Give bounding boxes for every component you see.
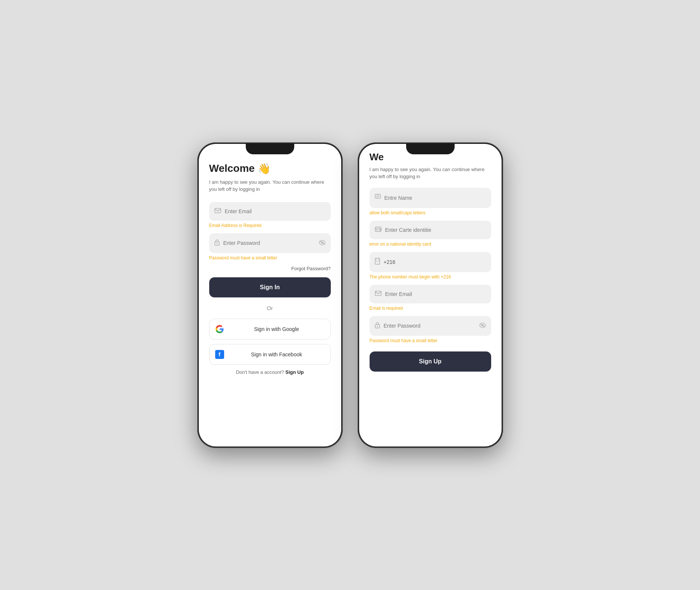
svg-point-2	[216, 243, 217, 244]
facebook-label: Sign in with Facebook	[229, 351, 325, 357]
svg-rect-8	[375, 227, 381, 231]
notch-1	[246, 144, 294, 154]
wave-emoji: 👋	[258, 163, 271, 175]
person-icon	[375, 194, 381, 202]
welcome-text: Welcome	[209, 163, 255, 174]
google-label: Sign in with Google	[229, 326, 325, 332]
email2-field-wrapper[interactable]	[370, 285, 491, 303]
facebook-sign-in-button[interactable]: f Sign in with Facebook	[209, 344, 331, 365]
forgot-password[interactable]: Forgot Password?	[209, 266, 331, 271]
email-input[interactable]	[225, 208, 326, 214]
svg-rect-5	[375, 194, 380, 198]
email-input-group	[209, 202, 331, 221]
password2-field-wrapper[interactable]	[370, 316, 491, 336]
sign-up-button[interactable]: Sign Up	[370, 351, 491, 372]
phone-error: The phone number must begin with +216	[370, 274, 491, 280]
lock2-icon	[375, 322, 380, 330]
phone-2-screen: We I am happy to see you again. You can …	[359, 144, 502, 447]
lock-icon	[214, 239, 220, 247]
password2-wrapper	[384, 323, 486, 329]
google-sign-in-button[interactable]: Sign in with Google	[209, 319, 331, 340]
password-error: Password must have a small letter	[209, 255, 331, 261]
partial-title-text: We	[370, 151, 384, 163]
name-field-wrapper[interactable]	[370, 188, 491, 208]
phone-input[interactable]	[384, 259, 486, 265]
phone-2: We I am happy to see you again. You can …	[358, 142, 503, 448]
facebook-icon: f	[215, 350, 224, 359]
screen-2-content: We I am happy to see you again. You can …	[359, 144, 502, 447]
card-icon	[375, 227, 382, 233]
svg-rect-0	[215, 208, 221, 213]
sign-in-button[interactable]: Sign In	[209, 277, 331, 297]
svg-rect-13	[375, 291, 381, 296]
svg-point-15	[377, 326, 377, 326]
name-input-group	[370, 188, 491, 208]
eye-off2-icon[interactable]	[479, 323, 486, 329]
email2-error: Email is required	[370, 306, 491, 311]
phone-1-screen: Welcome 👋 I am happy to see you again. Y…	[199, 144, 341, 447]
email2-icon	[375, 291, 382, 297]
password-input-group	[209, 233, 331, 253]
phone-field-wrapper[interactable]	[370, 252, 491, 272]
password2-input[interactable]	[384, 323, 479, 329]
eye-off-icon[interactable]	[319, 240, 326, 246]
email-field-wrapper[interactable]	[209, 202, 331, 221]
signup-link: Don't have a account? Sign Up	[209, 369, 331, 375]
scrolled-subtitle: I am happy to see you again. You can con…	[370, 166, 491, 180]
svg-rect-10	[376, 230, 378, 230]
password-field-wrapper[interactable]	[209, 233, 331, 253]
sign-up-link[interactable]: Sign Up	[285, 369, 304, 375]
phone-input-group	[370, 252, 491, 272]
carte-error: error on a national identity card	[370, 242, 491, 247]
screen-1-content: Welcome 👋 I am happy to see you again. Y…	[199, 144, 341, 447]
phone-1: Welcome 👋 I am happy to see you again. Y…	[197, 142, 343, 448]
carte-field-wrapper[interactable]	[370, 221, 491, 239]
password2-input-group	[370, 316, 491, 336]
welcome-subtitle: I am happy to see you again. You can con…	[209, 179, 331, 193]
phone-icon	[375, 258, 380, 266]
google-icon	[215, 325, 224, 334]
carte-input[interactable]	[385, 227, 486, 233]
email2-input-group	[370, 285, 491, 303]
or-divider: Or	[209, 305, 331, 311]
name-hint: allow both small/caps letters	[370, 210, 491, 215]
email-icon	[214, 208, 221, 215]
svg-point-6	[377, 195, 379, 197]
name-input[interactable]	[384, 195, 486, 201]
welcome-title: Welcome 👋	[209, 163, 331, 175]
password-input[interactable]	[223, 240, 319, 246]
email2-input[interactable]	[385, 291, 486, 297]
password2-error: Password must have a small letter	[370, 338, 491, 343]
no-account-text: Don't have a account?	[236, 369, 284, 375]
email-error: Email Address is Required	[209, 223, 331, 228]
password-wrapper	[223, 240, 326, 246]
carte-input-group	[370, 221, 491, 239]
notch-2	[406, 144, 455, 154]
